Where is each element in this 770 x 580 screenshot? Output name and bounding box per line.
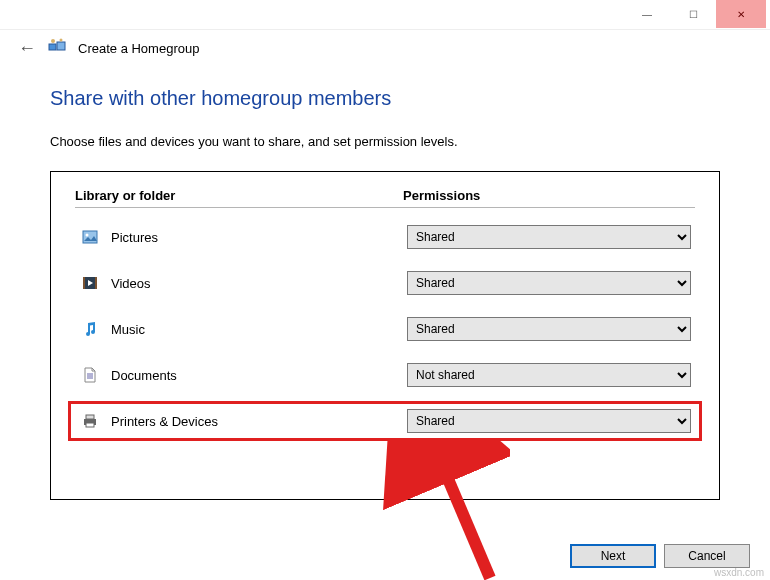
row-music: Music SharedNot shared bbox=[75, 312, 695, 346]
permission-select-videos[interactable]: SharedNot shared bbox=[407, 271, 691, 295]
documents-icon bbox=[79, 367, 101, 383]
row-documents: Documents SharedNot shared bbox=[75, 358, 695, 392]
row-label: Videos bbox=[111, 276, 407, 291]
row-label: Music bbox=[111, 322, 407, 337]
homegroup-icon bbox=[48, 38, 66, 59]
maximize-button[interactable]: ☐ bbox=[670, 0, 716, 28]
col-permissions: Permissions bbox=[403, 188, 695, 203]
content-area: Share with other homegroup members Choos… bbox=[0, 67, 770, 500]
svg-rect-7 bbox=[83, 277, 85, 289]
permission-select-pictures[interactable]: SharedNot shared bbox=[407, 225, 691, 249]
svg-rect-4 bbox=[83, 231, 97, 243]
svg-point-3 bbox=[60, 39, 63, 42]
pictures-icon bbox=[79, 229, 101, 245]
back-arrow-icon[interactable]: ← bbox=[18, 38, 36, 59]
breadcrumb: ← Create a Homegroup bbox=[0, 30, 770, 67]
permission-select-documents[interactable]: SharedNot shared bbox=[407, 363, 691, 387]
page-subtext: Choose files and devices you want to sha… bbox=[50, 134, 720, 149]
cancel-button[interactable]: Cancel bbox=[664, 544, 750, 568]
svg-point-5 bbox=[86, 234, 89, 237]
row-pictures: Pictures SharedNot shared bbox=[75, 220, 695, 254]
titlebar: — ☐ ✕ bbox=[0, 0, 770, 30]
music-icon bbox=[79, 321, 101, 337]
svg-point-2 bbox=[51, 39, 55, 43]
dialog-footer: Next Cancel bbox=[570, 544, 750, 568]
printer-icon bbox=[79, 413, 101, 429]
videos-icon bbox=[79, 275, 101, 291]
window-title: Create a Homegroup bbox=[78, 41, 199, 56]
page-heading: Share with other homegroup members bbox=[50, 87, 720, 110]
svg-rect-1 bbox=[57, 42, 65, 50]
close-button[interactable]: ✕ bbox=[716, 0, 766, 28]
row-label: Printers & Devices bbox=[111, 414, 407, 429]
row-label: Pictures bbox=[111, 230, 407, 245]
row-videos: Videos SharedNot shared bbox=[75, 266, 695, 300]
watermark: wsxdn.com bbox=[714, 567, 764, 578]
permission-select-music[interactable]: SharedNot shared bbox=[407, 317, 691, 341]
share-table: Library or folder Permissions Pictures S… bbox=[50, 171, 720, 500]
col-library: Library or folder bbox=[75, 188, 403, 203]
svg-rect-0 bbox=[49, 44, 56, 50]
minimize-button[interactable]: — bbox=[624, 0, 670, 28]
table-header: Library or folder Permissions bbox=[75, 188, 695, 208]
svg-rect-13 bbox=[86, 415, 94, 419]
row-label: Documents bbox=[111, 368, 407, 383]
next-button[interactable]: Next bbox=[570, 544, 656, 568]
permission-select-printers[interactable]: SharedNot shared bbox=[407, 409, 691, 433]
row-printers-devices: Printers & Devices SharedNot shared bbox=[68, 401, 702, 441]
svg-rect-14 bbox=[86, 423, 94, 427]
svg-rect-8 bbox=[95, 277, 97, 289]
